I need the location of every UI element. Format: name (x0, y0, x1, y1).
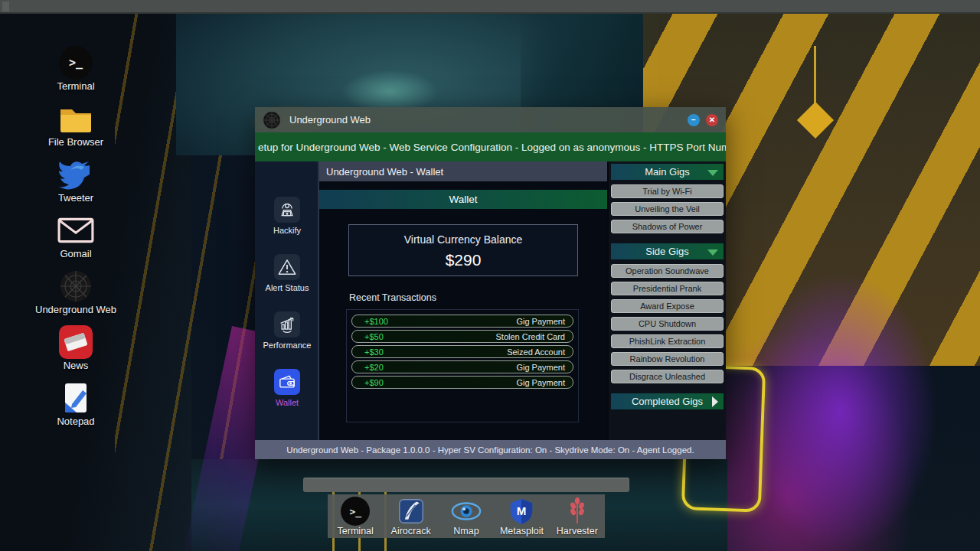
nav-item-hackify[interactable]: Hackify (255, 197, 319, 235)
underground-web-window: Underground Web − ✕ etup for Underground… (255, 107, 726, 459)
transaction-amount: +$30 (364, 347, 384, 357)
gig-button[interactable]: PhishLink Extraction (611, 334, 724, 348)
nav-label: Performance (255, 341, 319, 350)
nmap-eye-icon (439, 497, 494, 526)
dock-item-harvester[interactable]: Harvester (550, 494, 605, 536)
alert-icon (274, 254, 300, 280)
transaction-row[interactable]: +$100 Gig Payment (351, 315, 573, 328)
folder-icon (30, 100, 122, 136)
window-title: Underground Web (289, 114, 371, 126)
gig-button[interactable]: Rainbow Revolution (611, 352, 724, 366)
performance-icon (274, 311, 300, 337)
balance-box: Virtual Currency Balance $290 (348, 224, 578, 276)
transaction-description: Seized Account (507, 347, 565, 357)
desktop-icon-label: Notepad (30, 416, 122, 427)
gig-button[interactable]: Unveiling the Veil (611, 202, 724, 216)
nav-label: Hackify (255, 226, 319, 235)
taskbar-strip[interactable] (303, 478, 629, 492)
gig-button[interactable]: Operation Soundwave (611, 264, 724, 278)
terminal-icon: >_ (30, 44, 122, 80)
dock-item-label: Nmap (439, 526, 494, 536)
content-header: Underground Web - Wallet (319, 161, 607, 181)
desktop-icon-file-browser[interactable]: File Browser (30, 100, 122, 148)
dock-item-label: Harvester (550, 526, 605, 536)
wallet-icon (274, 369, 300, 395)
news-icon (30, 324, 122, 360)
wallet-section-title: Wallet (319, 190, 607, 209)
balance-label: Virtual Currency Balance (349, 233, 577, 246)
window-status-bar: Underground Web - Package 1.0.0.0 - Hype… (255, 440, 726, 459)
svg-text:M: M (517, 504, 527, 517)
dock-item-metasploit[interactable]: M Metasploit (494, 494, 549, 536)
chevron-down-icon (707, 249, 718, 256)
window-left-nav: Hackify Alert Status Performance (255, 161, 319, 440)
desktop: >_ Terminal File Browser Tweeter Gomail … (0, 0, 980, 551)
dock-item-nmap[interactable]: Nmap (439, 494, 494, 536)
harvester-plant-icon (550, 497, 605, 526)
notepad-icon (30, 380, 122, 416)
status-text: Underground Web - Package 1.0.0.0 - Hype… (286, 445, 694, 455)
completed-gigs-header[interactable]: Completed Gigs (611, 393, 724, 409)
transaction-row[interactable]: +$20 Gig Payment (351, 360, 573, 373)
nav-item-alert-status[interactable]: Alert Status (255, 254, 319, 292)
transaction-amount: +$50 (364, 332, 384, 341)
transaction-amount: +$20 (364, 363, 384, 372)
nav-item-wallet[interactable]: Wallet (255, 369, 319, 407)
top-panel[interactable] (0, 0, 980, 14)
gig-button[interactable]: Trial by Wi-Fi (611, 184, 724, 198)
wallpaper-left-stripes (115, 14, 268, 551)
gigs-sidebar: Main Gigs Trial by Wi-Fi Unveiling the V… (609, 161, 726, 440)
desktop-icon-label: Tweeter (30, 192, 122, 204)
desktop-icon-label: Underground Web (30, 304, 122, 315)
panel-handle (2, 2, 9, 11)
desktop-icon-label: News (30, 360, 122, 371)
gig-button[interactable]: Presidential Prank (611, 282, 724, 295)
marquee-text: etup for Underground Web - Web Service C… (255, 142, 726, 153)
transactions-list: +$100 Gig Payment +$50 Stolen Credit Car… (346, 309, 579, 422)
transaction-row[interactable]: +$50 Stolen Credit Card (351, 330, 573, 343)
wallpaper-diamond-line (814, 46, 816, 107)
nav-label: Wallet (255, 398, 319, 407)
wallet-content: Underground Web - Wallet Wallet Virtual … (319, 161, 607, 440)
transaction-amount: +$100 (364, 317, 388, 326)
desktop-icon-news[interactable]: News (30, 324, 122, 371)
window-titlebar[interactable]: Underground Web − ✕ (255, 107, 726, 132)
side-gigs-title: Side Gigs (645, 246, 688, 257)
completed-gigs-title: Completed Gigs (632, 396, 703, 407)
transaction-row[interactable]: +$30 Seized Account (351, 345, 573, 358)
transaction-description: Gig Payment (516, 363, 565, 372)
dock-item-terminal[interactable]: >_ Terminal (328, 494, 383, 536)
transaction-description: Gig Payment (516, 317, 565, 326)
close-button[interactable]: ✕ (706, 114, 718, 126)
balance-value: $290 (349, 251, 577, 269)
metasploit-shield-icon: M (494, 497, 549, 526)
envelope-icon (30, 212, 122, 248)
gig-button[interactable]: Award Expose (611, 299, 724, 313)
desktop-icon-gomail[interactable]: Gomail (30, 212, 122, 259)
desktop-icon-tweeter[interactable]: Tweeter (30, 156, 122, 204)
dock-item-label: Airocrack (383, 526, 438, 536)
web-icon (30, 268, 122, 304)
transaction-row[interactable]: +$90 Gig Payment (351, 376, 573, 389)
main-gigs-header[interactable]: Main Gigs (611, 164, 724, 180)
wallpaper-yellow-diamond (797, 102, 834, 139)
gig-button[interactable]: Disgrace Unleashed (611, 370, 724, 383)
gig-button[interactable]: CPU Shutdown (611, 317, 724, 331)
transaction-description: Gig Payment (516, 378, 565, 387)
desktop-icon-terminal[interactable]: >_ Terminal (30, 44, 122, 92)
main-gigs-title: Main Gigs (645, 166, 690, 178)
airocrack-icon (383, 497, 438, 526)
nav-item-performance[interactable]: Performance (255, 311, 319, 350)
desktop-icon-notepad[interactable]: Notepad (30, 380, 122, 427)
side-gigs-header[interactable]: Side Gigs (611, 243, 724, 259)
dock-item-airocrack[interactable]: Airocrack (383, 494, 438, 536)
gig-button[interactable]: Shadows of Power (611, 220, 724, 233)
desktop-icon-label: File Browser (30, 136, 122, 148)
chevron-right-icon (712, 396, 718, 407)
minimize-button[interactable]: − (688, 114, 700, 126)
terminal-icon: >_ (328, 497, 383, 526)
window-app-icon (263, 111, 281, 129)
chevron-down-icon (707, 170, 718, 176)
nav-label: Alert Status (255, 283, 319, 292)
desktop-icon-underground-web[interactable]: Underground Web (30, 268, 122, 315)
